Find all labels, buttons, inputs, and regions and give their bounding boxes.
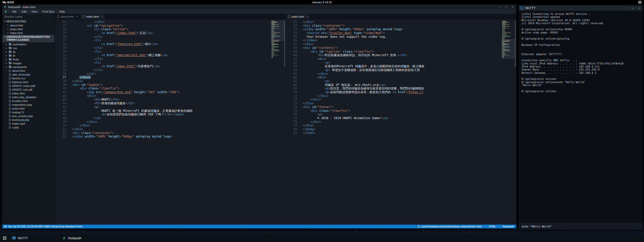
minimap-viewport[interactable] [271, 21, 284, 41]
file-icon [9, 111, 11, 114]
close-icon[interactable]: × [6, 31, 9, 34]
file-icon [9, 119, 11, 121]
scrollbar-thumb[interactable] [515, 20, 516, 67]
file-icon [9, 77, 11, 80]
file-item[interactable]: mapredirect.php [2, 103, 54, 107]
minimap[interactable] [271, 20, 284, 224]
editor-tab[interactable]: about.html× [55, 14, 80, 19]
editor-tab[interactable]: index.html× [286, 14, 311, 19]
file-icon [57, 15, 59, 18]
wstty-titlebar[interactable]: WsTTY − □ × [519, 5, 642, 11]
folder-item[interactable]: ▸autostation [2, 42, 54, 46]
menu-item-help[interactable]: Help [57, 10, 68, 13]
file-icon [9, 81, 11, 83]
tab-close-icon[interactable]: × [307, 15, 308, 18]
city-lights-decoration [0, 221, 1, 221]
file-icon [9, 103, 11, 106]
menu-item-view[interactable]: View [29, 10, 40, 13]
close-button[interactable]: × [510, 5, 516, 9]
terminal-input[interactable] [521, 225, 640, 228]
notepada-logo-icon [4, 6, 7, 8]
status-filepath: user/Desktop/screenshot/test/www cleaned… [421, 225, 482, 228]
folder-item[interactable]: ▸css [2, 46, 54, 50]
terminal-output[interactable]: [info] Connecting to arozos WsTTY servic… [519, 11, 642, 223]
notepada-titlebar[interactable]: NotepadA - index.html − □ × [2, 5, 516, 9]
file-item[interactable]: add_vhost.php [2, 73, 54, 76]
file-icon [288, 15, 290, 18]
open-editors-list: ×about.html×index.html×index.html [2, 23, 54, 35]
file-item[interactable]: trailer.mp4 [2, 122, 54, 125]
calendar-icon [5, 226, 7, 228]
file-item[interactable]: HKWTC rule.pdf [2, 88, 54, 91]
close-button[interactable]: × [636, 5, 642, 11]
folder-item[interactable]: ▸dl [2, 54, 54, 57]
file-item[interactable]: teabag.7z [2, 110, 54, 114]
file-explorer-sidebar: Directory Listing ▾ OPEN EDITORS ×about.… [2, 14, 55, 225]
close-icon[interactable]: × [6, 28, 9, 30]
folder-item[interactable]: ▸images [2, 61, 54, 65]
file-icon [9, 115, 11, 117]
line-number-gutter[interactable]: 5152535455565758596061626364656667686970… [286, 20, 301, 225]
code-area[interactable]: </div> <ul id="navigation"> <li class="a… [70, 20, 286, 225]
system-clock: January 9 16:31 [312, 1, 332, 4]
file-item[interactable]: HKWTC notice.pdf [2, 84, 54, 88]
file-icon [9, 85, 11, 87]
file-icon [9, 122, 11, 125]
menu-item-font-size[interactable]: Font Size [40, 10, 56, 13]
document-icon [418, 225, 420, 228]
taskbar-item-notepada[interactable]: NotepadA [59, 234, 110, 242]
file-item[interactable]: features.html [2, 80, 54, 84]
open-editors-label: OPEN EDITORS [6, 20, 26, 23]
open-editor-item[interactable]: ×index.html [2, 31, 54, 35]
hamburger-menu-icon[interactable] [638, 1, 641, 4]
folder-item[interactable]: ▸yamlyamlm [2, 65, 54, 69]
line-number-gutter[interactable]: 2223242526272829303132333435363738394041… [55, 20, 70, 225]
maximize-button[interactable]: □ [503, 5, 510, 9]
tab-close-icon[interactable]: × [101, 15, 103, 18]
file-item[interactable]: test_sockets.php [2, 114, 54, 118]
folder-list: ▸autostation▸css▸dc▸dl▸fonts▸images▸yaml… [2, 42, 54, 69]
chevron-down-icon: ▾ [3, 20, 6, 23]
editor-tab[interactable]: index.html× [80, 14, 106, 19]
window-title: WsTTY [525, 6, 535, 10]
minimize-button[interactable]: − [623, 5, 629, 11]
open-editor-item[interactable]: ×index.html [2, 27, 54, 31]
taskbar-item-wstty[interactable]: WsTTY [9, 234, 59, 242]
file-item[interactable]: index.php_disabled [2, 95, 54, 99]
file-item[interactable]: location.html [2, 99, 54, 103]
close-icon[interactable]: × [6, 24, 9, 27]
file-item[interactable]: testmysql.php [2, 118, 54, 122]
file-item[interactable]: news.html [2, 107, 54, 110]
minimap-viewport[interactable] [501, 39, 515, 59]
open-editors-header[interactable]: ▾ OPEN EDITORS [2, 19, 54, 23]
file-icon [9, 70, 11, 72]
open-editor-item[interactable]: ×about.html [2, 23, 54, 27]
tab-bar-1: about.html×index.html× [55, 14, 286, 19]
app-launcher-icon[interactable] [0, 234, 9, 242]
folder-icon [9, 58, 12, 60]
taskbar-item-label: WsTTY [18, 236, 28, 240]
file-item[interactable]: index.html [2, 91, 54, 95]
file-icon [9, 126, 11, 129]
maximize-button[interactable]: □ [629, 5, 636, 11]
file-item[interactable]: x.php [2, 125, 54, 129]
wstty-window: WsTTY − □ × [info] Connecting to arozos … [518, 5, 643, 230]
menu-item-file[interactable]: File [10, 10, 19, 13]
tab-close-icon[interactable]: × [76, 15, 78, 18]
file-item[interactable]: favicon.ico [2, 76, 54, 80]
status-bar: Sat Jan 09 2021 16:29:49 GMT+0800 (Hong … [2, 225, 516, 228]
editor-1[interactable]: 2223242526272829303132333435363738394041… [55, 19, 286, 225]
menu-item-edit[interactable]: Edit [19, 10, 29, 13]
folder-item[interactable]: ▸fonts [2, 57, 54, 61]
minimize-button[interactable]: − [497, 5, 503, 9]
scrollbar-thumb[interactable] [284, 20, 285, 67]
file-item[interactable]: about.html [2, 69, 54, 73]
folder-item[interactable]: ▸dc [2, 50, 54, 54]
editor-2[interactable]: 5152535455565758596061626364656667686970… [286, 19, 516, 225]
minimap[interactable] [502, 20, 514, 224]
code-area[interactable]: </div><div class="container"><video widt… [301, 20, 516, 225]
terminal-input-bar [519, 223, 642, 229]
status-language: HTML [489, 225, 496, 228]
workspace-header[interactable]: ▾ USER/DESKTOP/SCREENSHOT/TEST/WWW CLEAN… [2, 35, 54, 42]
terminal-icon [12, 236, 16, 240]
